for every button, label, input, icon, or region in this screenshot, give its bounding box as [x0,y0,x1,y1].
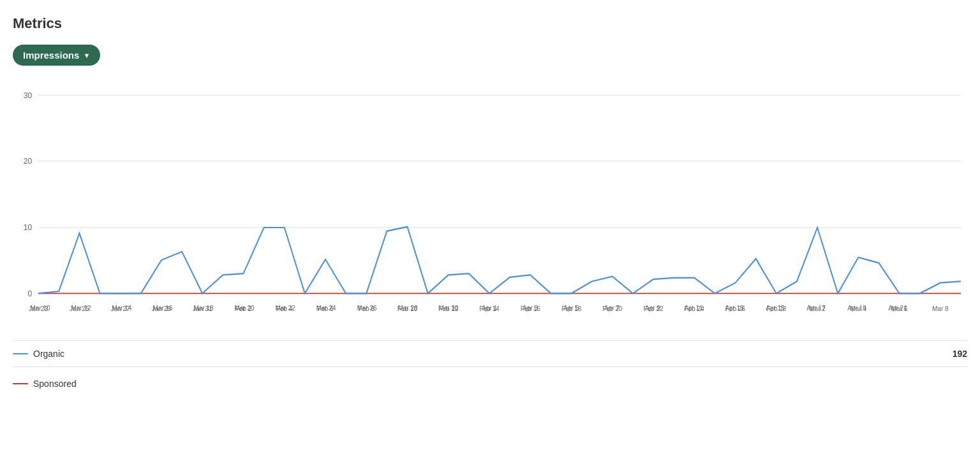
svg-text:0: 0 [27,289,32,298]
svg-text:Apr 9: Apr 9 [645,305,660,312]
organic-legend-line [13,353,28,354]
svg-text:Apr 21: Apr 21 [888,305,907,312]
chart-area: 30 20 10 0 Jan 23 Jan 25 Jan 27 Jan 29 J… [13,81,967,336]
metric-dropdown-button[interactable]: Impressions ▼ [13,45,100,66]
organic-legend-value: 192 [953,349,967,359]
svg-text:Apr 19: Apr 19 [847,305,866,312]
sponsored-legend-line [13,383,28,384]
svg-text:Mar 26: Mar 26 [357,305,377,312]
svg-text:Mar 16: Mar 16 [152,305,173,312]
chevron-down-icon: ▼ [83,52,90,59]
organic-line [38,227,961,293]
svg-text:Apr 5: Apr 5 [563,305,579,312]
svg-text:20: 20 [24,156,32,166]
svg-text:Apr 11: Apr 11 [684,305,703,312]
svg-text:Apr 7: Apr 7 [604,305,620,312]
organic-legend-label: Organic [33,349,64,359]
svg-text:Apr 13: Apr 13 [725,305,744,312]
svg-text:Mar 20: Mar 20 [234,305,255,312]
legend-sponsored-row: Sponsored [13,379,967,389]
svg-text:Mar 12: Mar 12 [71,305,91,312]
svg-text:Mar 28: Mar 28 [397,305,418,312]
svg-text:Apr 15: Apr 15 [766,305,785,312]
svg-text:30: 30 [24,91,32,100]
metrics-chart: 30 20 10 0 Jan 23 Jan 25 Jan 27 Jan 29 J… [13,81,967,336]
metric-dropdown-label: Impressions [23,50,79,61]
xaxis-labels-2: Mar 10 Mar 12 Mar 14 Mar 16 Mar 18 Mar 2… [13,301,967,333]
svg-text:Mar 30: Mar 30 [438,305,459,312]
legend-organic: Organic [13,349,64,359]
svg-text:Apr 3: Apr 3 [523,305,538,312]
sponsored-legend-label: Sponsored [33,379,77,389]
svg-text:Mar 18: Mar 18 [193,305,214,312]
legend-organic-row: Organic 192 [13,340,967,367]
svg-text:Mar 24: Mar 24 [316,305,336,312]
svg-text:Mar 10: Mar 10 [30,305,50,312]
svg-text:Apr 17: Apr 17 [806,305,826,312]
svg-text:10: 10 [24,223,32,233]
svg-text:Apr 1: Apr 1 [482,305,497,312]
page-title: Metrics [13,15,967,32]
svg-text:Mar 22: Mar 22 [275,305,295,312]
svg-text:Mar 14: Mar 14 [112,305,132,312]
